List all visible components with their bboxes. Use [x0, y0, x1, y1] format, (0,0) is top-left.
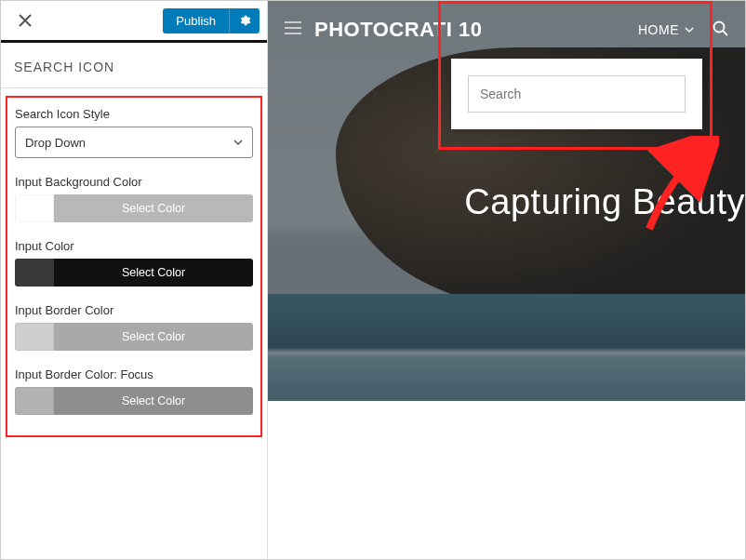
- customizer-sidebar: Publish SEARCH ICON Search Icon Style Dr…: [1, 1, 268, 559]
- color-picker-input-color[interactable]: Select Color: [15, 259, 253, 287]
- hero-section: PHOTOCRATI 10 HOME Capturing Beauty: [268, 1, 745, 401]
- search-dropdown: [451, 59, 702, 129]
- nav-right: HOME: [638, 20, 728, 40]
- color-picker-input-bg[interactable]: Select Color: [15, 194, 253, 222]
- field-input-bg-color: Input Background Color Select Color: [15, 175, 253, 222]
- sidebar-topbar: Publish: [1, 1, 267, 43]
- gear-icon: [238, 14, 251, 27]
- publish-button[interactable]: Publish: [163, 8, 229, 33]
- chevron-down-icon: [685, 25, 694, 34]
- select-search-icon-style[interactable]: Drop Down: [15, 127, 253, 158]
- color-picker-border-focus[interactable]: Select Color: [15, 387, 253, 415]
- field-input-color: Input Color Select Color: [15, 239, 253, 287]
- site-nav: PHOTOCRATI 10 HOME: [268, 1, 745, 59]
- svg-point-0: [714, 21, 725, 32]
- color-swatch: [15, 387, 54, 415]
- hero-heading: Capturing Beauty: [464, 182, 745, 222]
- select-color-button[interactable]: Select Color: [54, 387, 253, 415]
- site-brand[interactable]: PHOTOCRATI 10: [314, 18, 483, 42]
- label-input-bg-color: Input Background Color: [15, 175, 253, 189]
- field-input-border-color: Input Border Color Select Color: [15, 303, 253, 351]
- search-icon: [713, 20, 728, 36]
- publish-group: Publish: [163, 8, 260, 33]
- label-input-border-color: Input Border Color: [15, 303, 253, 317]
- select-color-button[interactable]: Select Color: [54, 194, 253, 222]
- color-swatch: [15, 194, 54, 222]
- color-swatch: [15, 259, 54, 287]
- label-input-color: Input Color: [15, 239, 253, 253]
- publish-settings-button[interactable]: [229, 8, 260, 33]
- color-swatch: [15, 323, 54, 351]
- nav-link-home[interactable]: HOME: [638, 22, 694, 37]
- label-input-border-focus: Input Border Color: Focus: [15, 367, 253, 381]
- panel-body: Search Icon Style Drop Down Input Backgr…: [1, 88, 267, 559]
- search-input[interactable]: [468, 75, 686, 113]
- preview-pane: PHOTOCRATI 10 HOME Capturing Beauty: [268, 1, 745, 559]
- select-color-button[interactable]: Select Color: [54, 323, 253, 351]
- hamburger-icon: [285, 21, 301, 34]
- field-input-border-focus: Input Border Color: Focus Select Color: [15, 367, 253, 415]
- field-search-icon-style: Search Icon Style Drop Down: [15, 107, 253, 158]
- close-icon: [19, 14, 32, 27]
- nav-link-label: HOME: [638, 22, 679, 37]
- menu-toggle[interactable]: [285, 21, 301, 38]
- panel-title: SEARCH ICON: [1, 43, 267, 88]
- highlighted-settings: Search Icon Style Drop Down Input Backgr…: [6, 96, 262, 437]
- select-color-button[interactable]: Select Color: [54, 259, 253, 287]
- nav-search-toggle[interactable]: [713, 20, 728, 40]
- close-button[interactable]: [8, 4, 42, 37]
- color-picker-border-color[interactable]: Select Color: [15, 323, 253, 351]
- label-search-icon-style: Search Icon Style: [15, 107, 253, 121]
